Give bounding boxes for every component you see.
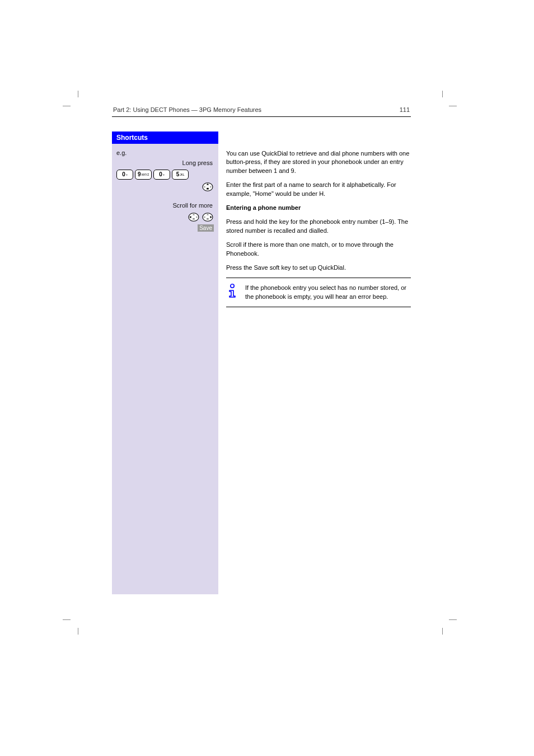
page-header: Part 2: Using DECT Phones — 3PG Memory F… [112,106,411,113]
key-main: 0 [159,172,162,177]
page-number: 111 [400,106,410,113]
step-1-text: Press and hold the key for the phonebook… [226,218,411,235]
svg-point-15 [231,284,234,288]
key-main: 0 [122,172,125,177]
key-9: 9 WXYZ [135,170,152,180]
step-1: e.g. Long press 0 + 9 WXYZ 0 + [116,149,214,192]
key-sub: JKL [180,173,184,176]
section-heading: Shortcuts [112,132,218,144]
svg-rect-7 [193,218,195,220]
header-section: Part 2: Using DECT Phones — 3PG Memory F… [113,106,261,113]
note-text: If the phonebook entry you select has no… [245,284,411,301]
body-column: You can use QuickDial to retrieve and di… [218,144,411,594]
intro-paragraph-2: Enter the first part of a name to search… [226,181,411,198]
key-main: 5 [176,172,180,177]
svg-rect-2 [207,188,209,190]
step-1-label: e.g. [116,149,214,156]
scroll-text: Scroll if there is more than one match, … [226,241,411,258]
key-0-1: 0 + [116,170,133,180]
key-sequence: 0 + 9 WXYZ 0 + 5 JKL [116,170,214,180]
dpad-left-icon [188,212,200,222]
step-2-label: Scroll for more [116,202,214,209]
intro-paragraph-1: You can use QuickDial to retrieve and di… [226,149,411,175]
dpad-icon [202,182,214,192]
shortcut-sidebar: e.g. Long press 0 + 9 WXYZ 0 + [112,144,218,594]
save-softkey: Save [198,224,214,232]
dpad-row [116,212,214,222]
step-2: Scroll for more [116,202,214,232]
key-sub: + [163,173,165,176]
key-sub: + [126,173,128,176]
key-5: 5 JKL [172,170,189,180]
key-0-2: 0 + [153,170,170,180]
key-main: 9 [138,172,141,177]
steps-heading: Entering a phone number [226,204,411,212]
info-icon [226,284,240,301]
page-content: Part 2: Using DECT Phones — 3PG Memory F… [112,106,411,594]
key-sub: WXYZ [141,173,149,176]
long-press-label: Long press [116,159,214,166]
svg-rect-12 [207,218,209,220]
note-box: If the phonebook entry you select has no… [226,278,411,307]
save-text: Press the Save soft key to set up QuickD… [226,264,411,272]
header-rule [112,116,411,117]
dpad-right-icon [202,212,214,222]
